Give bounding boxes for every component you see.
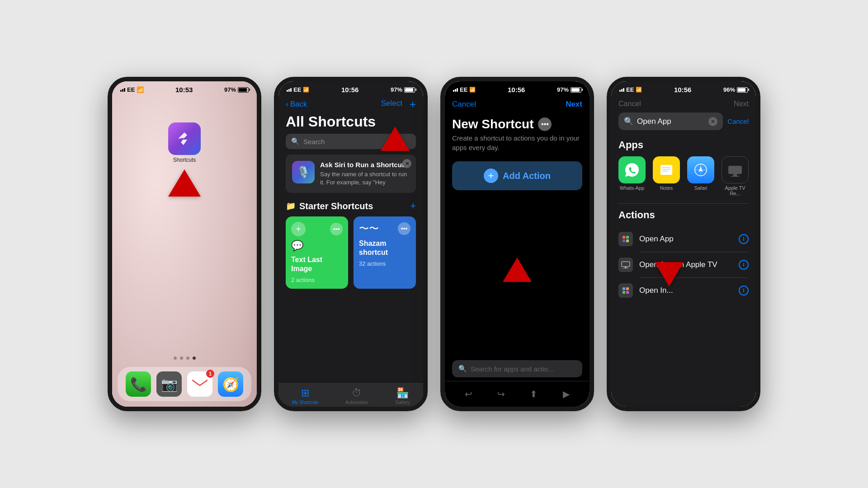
- safari-app-icon-2: [687, 156, 714, 183]
- card-dots-2[interactable]: •••: [398, 222, 410, 235]
- status-bar-1: EE 📶 10:53 97%: [112, 81, 257, 95]
- clear-search-button[interactable]: ✕: [708, 117, 717, 126]
- back-button[interactable]: ‹ Back: [286, 100, 307, 109]
- app-item-whatsapp[interactable]: Whats-App: [618, 156, 646, 196]
- status-left-2: EE 📶: [287, 86, 309, 93]
- phone-app-icon[interactable]: 📞: [126, 371, 151, 397]
- shazam-card[interactable]: 〜〜 ••• Shazam shortcut 32 actions: [354, 216, 416, 288]
- screen3-nav: Cancel Next: [445, 95, 590, 113]
- tab-automation[interactable]: ⏱ Automation: [345, 387, 368, 405]
- notes-label: Notes: [660, 185, 673, 191]
- app-item-appletv[interactable]: Apple TV Re...: [722, 156, 749, 196]
- next-top-label[interactable]: Next: [734, 100, 749, 108]
- search-actions-bar[interactable]: 🔍 Search for apps and actio...: [452, 360, 582, 377]
- battery-pct-4: 96%: [723, 86, 735, 93]
- search-icon-2: 🔍: [291, 137, 300, 145]
- add-section-button[interactable]: +: [410, 200, 416, 212]
- wifi-icon-3: 📶: [469, 87, 476, 93]
- add-action-circle: +: [484, 169, 498, 183]
- next-button-3[interactable]: Next: [566, 100, 582, 109]
- shazam-waveform-icon: 〜〜: [359, 222, 379, 235]
- search-icon-3: 🔍: [458, 365, 467, 373]
- svg-rect-13: [622, 262, 630, 267]
- text-last-image-card[interactable]: + ••• 💬 Text Last Image 2 actions: [286, 216, 348, 288]
- share-button[interactable]: ⬆: [525, 386, 542, 402]
- signal-bar-3: [124, 88, 125, 92]
- shortcuts-app-wrapper[interactable]: Shortcuts: [168, 122, 201, 163]
- phone-1: EE 📶 10:53 97%: [108, 77, 261, 411]
- divider-4: [618, 203, 749, 204]
- safari-app-icon[interactable]: 🧭: [218, 371, 243, 397]
- sb4c: [623, 88, 624, 92]
- dot-1: [174, 357, 177, 360]
- search-row-4: 🔍 Open App ✕ Cancel: [611, 113, 756, 136]
- appletv-label: Apple TV Re...: [722, 185, 749, 196]
- action-row-open-appletv[interactable]: Open App on Apple TV i: [611, 252, 756, 277]
- open-in-action-icon: [618, 283, 633, 298]
- battery-fill-2: [405, 88, 413, 92]
- battery-icon-2: [404, 87, 415, 93]
- tab-gallery[interactable]: 🏪 Gallery: [395, 387, 410, 405]
- undo-button[interactable]: ↩: [460, 386, 476, 402]
- new-shortcut-subtitle: Create a shortcut to actions you do in y…: [445, 133, 590, 161]
- gmail-app-icon[interactable]: 1: [187, 371, 212, 397]
- phone-4: EE 📶 10:56 96% Cancel Next 🔍: [607, 77, 760, 411]
- action-row-open-app[interactable]: Open App i: [611, 226, 756, 252]
- status-right-4: 96%: [723, 86, 748, 93]
- add-action-button[interactable]: + Add Action: [452, 161, 582, 190]
- signal-bars-2: [287, 88, 292, 92]
- redo-button[interactable]: ↪: [493, 386, 509, 402]
- battery-icon-3: [571, 87, 581, 93]
- status-right-2: 97%: [391, 86, 415, 93]
- all-shortcuts-title: All Shortcuts: [278, 113, 423, 134]
- action-row-open-in[interactable]: Open In... i: [611, 278, 756, 303]
- dot-2: [180, 357, 183, 360]
- open-app-info-button[interactable]: i: [739, 234, 749, 244]
- search-field-4[interactable]: 🔍 Open App ✕: [618, 113, 723, 130]
- shortcuts-icon[interactable]: [168, 122, 201, 155]
- shortcuts-search[interactable]: 🔍 Search: [286, 134, 416, 149]
- open-appletv-action-icon: [618, 258, 633, 272]
- add-action-label: Add Action: [503, 171, 551, 181]
- app-item-notes[interactable]: Notes: [653, 156, 680, 196]
- text-last-image-title: Text Last Image: [291, 255, 343, 272]
- cancel-top-label[interactable]: Cancel: [618, 100, 641, 108]
- close-siri-card[interactable]: ✕: [402, 159, 411, 168]
- open-app-action-icon: [618, 232, 633, 246]
- app-item-safari[interactable]: Safari: [687, 156, 714, 196]
- status-bar-3: EE 📶 10:56 97%: [445, 81, 590, 95]
- add-shortcut-button[interactable]: +: [410, 99, 416, 110]
- shortcut-options-button[interactable]: •••: [538, 117, 552, 131]
- signal-bar-2c: [290, 88, 292, 92]
- siri-suggestion-card: 🎙️ Ask Siri to Run a Shortcut Say the na…: [286, 155, 416, 193]
- gallery-icon: 🏪: [396, 387, 409, 399]
- card-dots-1[interactable]: •••: [330, 223, 343, 235]
- back-label[interactable]: Back: [290, 100, 307, 109]
- battery-icon-4: [737, 87, 748, 93]
- screen4-top-nav: Cancel Next: [611, 95, 756, 113]
- sb3b: [455, 89, 456, 92]
- siri-content: Ask Siri to Run a Shortcut Say the name …: [320, 161, 410, 187]
- my-shortcuts-label: My Shortcuts: [292, 400, 318, 405]
- card-add-1[interactable]: +: [291, 222, 306, 236]
- cancel-button-3[interactable]: Cancel: [452, 100, 476, 109]
- starter-shortcuts-title: 📁 Starter Shortcuts: [286, 201, 373, 211]
- signal-bars-4: [619, 88, 624, 92]
- camera-app-icon[interactable]: 📷: [156, 371, 182, 397]
- select-button[interactable]: Select: [381, 99, 402, 110]
- status-left-4: EE 📶: [619, 86, 642, 93]
- tab-my-shortcuts[interactable]: ⊞ My Shortcuts: [292, 387, 318, 405]
- message-icon: 💬: [291, 240, 343, 252]
- my-shortcuts-icon: ⊞: [301, 387, 309, 399]
- time-1: 10:53: [175, 86, 193, 94]
- open-in-info-button[interactable]: i: [739, 286, 749, 296]
- time-4: 10:56: [674, 86, 691, 94]
- phone-2: EE 📶 10:56 97% ‹ Back Select: [274, 77, 428, 411]
- svg-rect-14: [625, 267, 627, 268]
- cancel-search-button[interactable]: Cancel: [727, 117, 749, 125]
- open-appletv-info-button[interactable]: i: [739, 260, 749, 270]
- battery-fill-4: [738, 88, 745, 92]
- screen3-newshortcut: EE 📶 10:56 97% Cancel Next New Shortcut: [445, 81, 590, 407]
- play-button[interactable]: ▶: [558, 386, 574, 402]
- time-3: 10:56: [508, 86, 525, 94]
